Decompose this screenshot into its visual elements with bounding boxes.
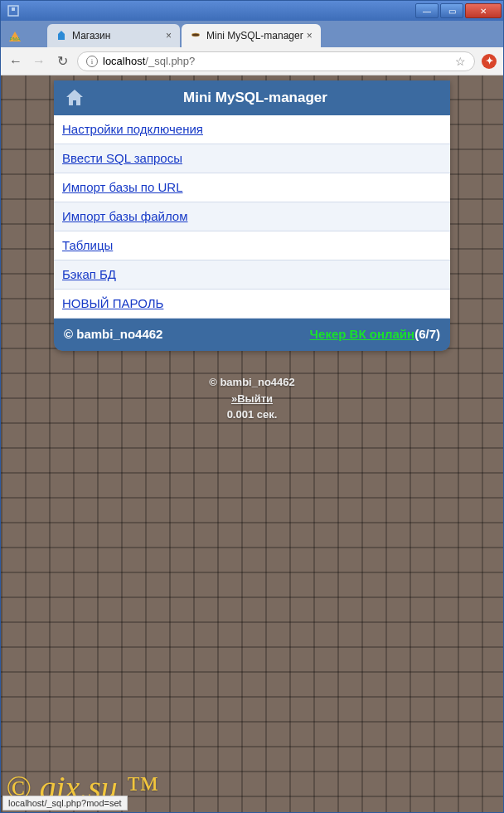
minimize-button[interactable]: —	[415, 3, 439, 18]
main-panel: Mini MySQL-manager Настройки подключения…	[54, 80, 450, 351]
extension-icon[interactable]: ✦	[482, 54, 497, 69]
home-icon[interactable]	[64, 87, 85, 109]
menu-item-settings: Настройки подключения	[54, 115, 450, 144]
menu-link[interactable]: НОВЫЙ ПАРОЛЬ	[62, 296, 163, 310]
menu-link[interactable]: Настройки подключения	[62, 122, 203, 136]
panel-header: Mini MySQL-manager	[54, 80, 450, 115]
page-footer: © bambi_no4462 »Выйти 0.001 сек.	[1, 374, 503, 423]
menu-item-sql: Ввести SQL запросы	[54, 144, 450, 173]
back-button[interactable]: ←	[7, 54, 24, 69]
menu-link[interactable]: Ввести SQL запросы	[62, 151, 182, 165]
tab-close-icon[interactable]: ×	[307, 30, 313, 41]
pma-icon[interactable]: PMA	[7, 29, 22, 44]
menu-link[interactable]: Импорт базы файлом	[62, 209, 188, 223]
address-bar[interactable]: i localhost/_sql.php? ☆	[77, 51, 475, 71]
bookmark-icon[interactable]: ☆	[455, 55, 466, 68]
status-bar: localhost/_sql.php?mod=set	[2, 796, 128, 811]
close-button[interactable]: ✕	[465, 3, 502, 18]
tab-strip: PMA Магазин × Mini MySQL-manager ×	[1, 21, 503, 47]
tab-close-icon[interactable]: ×	[166, 30, 172, 41]
maximize-button[interactable]: ▭	[440, 3, 463, 18]
menu-list: Настройки подключения Ввести SQL запросы…	[54, 115, 450, 319]
browser-toolbar: ← → ↻ i localhost/_sql.php? ☆ ✦	[1, 47, 503, 75]
tab-favicon-icon	[56, 30, 67, 41]
address-host: localhost	[103, 55, 145, 67]
page-footer-timing: 0.001 сек.	[1, 406, 503, 423]
logout-link[interactable]: »Выйти	[231, 392, 273, 405]
svg-text:PMA: PMA	[9, 37, 20, 41]
tab-magazin[interactable]: Магазин ×	[47, 24, 180, 47]
menu-item-backup: Бэкап БД	[54, 260, 450, 290]
page-footer-credit: © bambi_no4462	[1, 374, 503, 391]
reload-button[interactable]: ↻	[54, 53, 70, 69]
menu-link[interactable]: Импорт базы по URL	[62, 180, 183, 194]
app-icon	[7, 5, 19, 17]
tab-mysql-manager[interactable]: Mini MySQL-manager ×	[182, 24, 321, 47]
browser-window: — ▭ ✕ PMA Магазин × Mini MySQL-manager ×…	[0, 0, 504, 813]
panel-title: Mini MySQL-manager	[92, 90, 419, 106]
menu-item-password: НОВЫЙ ПАРОЛЬ	[54, 290, 450, 319]
window-titlebar: — ▭ ✕	[1, 1, 503, 21]
address-path: /_sql.php?	[145, 55, 195, 67]
menu-item-import-url: Импорт базы по URL	[54, 173, 450, 202]
tab-title: Магазин	[72, 30, 162, 41]
svg-rect-1	[12, 7, 15, 11]
tab-lead-icons: PMA	[7, 29, 22, 44]
checker-counter: (6/7)	[414, 327, 440, 341]
page-viewport: Mini MySQL-manager Настройки подключения…	[1, 75, 503, 812]
menu-link[interactable]: Бэкап БД	[62, 267, 116, 281]
checker-link[interactable]: Чекер ВК онлайн	[310, 327, 415, 341]
svg-point-4	[192, 33, 199, 36]
site-info-icon[interactable]: i	[86, 56, 98, 67]
forward-button[interactable]: →	[31, 54, 47, 69]
panel-footer: © bambi_no4462 Чекер ВК онлайн(6/7)	[54, 319, 450, 351]
menu-item-import-file: Импорт базы файлом	[54, 202, 450, 231]
tab-title: Mini MySQL-manager	[206, 30, 303, 41]
footer-credit: © bambi_no4462	[64, 327, 162, 341]
menu-item-tables: Таблицы	[54, 231, 450, 260]
menu-link[interactable]: Таблицы	[62, 238, 113, 252]
tab-favicon-icon	[190, 30, 201, 41]
